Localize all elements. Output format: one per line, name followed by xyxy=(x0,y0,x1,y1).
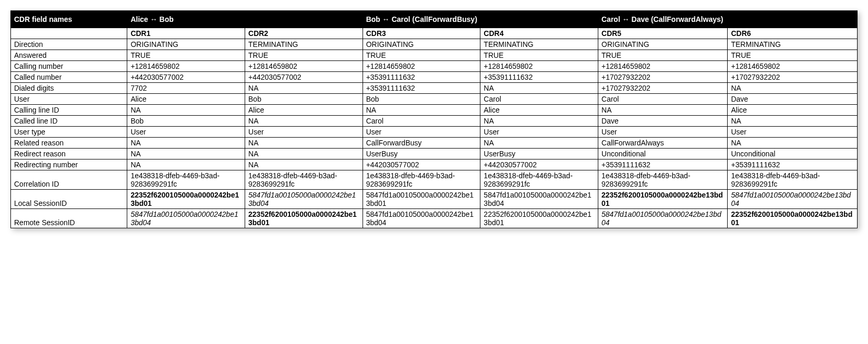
cell: +17027932202 xyxy=(598,83,728,94)
table-row: Remote SessionID5847fd1a00105000a0000242… xyxy=(11,209,858,228)
cell: +442030577002 xyxy=(480,159,598,170)
cell: User xyxy=(127,127,245,138)
table-row: DirectionORIGINATINGTERMINATINGORIGINATI… xyxy=(11,39,858,50)
cell: 1e438318-dfeb-4469-b3ad-9283699291fc xyxy=(598,170,728,190)
cell: Bob xyxy=(127,116,245,127)
cell: Alice xyxy=(245,105,363,116)
table-row: Called line IDBobNACarolNADaveNA xyxy=(11,116,858,127)
cell: 1e438318-dfeb-4469-b3ad-9283699291fc xyxy=(728,170,858,190)
cell: UserBusy xyxy=(480,149,598,159)
cell: +35391111632 xyxy=(363,72,480,83)
table-row: UserAliceBobBobCarolCarolDave xyxy=(11,94,858,105)
subheader-cdr6: CDR6 xyxy=(728,28,858,39)
cell: User xyxy=(245,127,363,138)
cell: 5847fd1a00105000a0000242be13bd04 xyxy=(480,190,598,209)
cell: 5847fd1a00105000a0000242be13bd04 xyxy=(598,209,728,228)
row-label: Calling line ID xyxy=(11,105,127,116)
cell: TRUE xyxy=(598,50,728,61)
cell: NA xyxy=(728,116,858,127)
cell: ORIGINATING xyxy=(363,39,480,50)
cell: Bob xyxy=(245,94,363,105)
cell: +442030577002 xyxy=(127,72,245,83)
row-label: Local SessionID xyxy=(11,190,127,209)
cell: CallForwardBusy xyxy=(363,138,480,149)
table-row: Called number+442030577002+442030577002+… xyxy=(11,72,858,83)
cell: 7702 xyxy=(127,83,245,94)
cell: NA xyxy=(480,83,598,94)
table-row: Correlation ID1e438318-dfeb-4469-b3ad-92… xyxy=(11,170,858,190)
cell: NA xyxy=(245,149,363,159)
table-row: Calling line IDNAAliceNAAliceNAAlice xyxy=(11,105,858,116)
cell: TERMINATING xyxy=(480,39,598,50)
cell: User xyxy=(363,127,480,138)
cell: 1e438318-dfeb-4469-b3ad-9283699291fc xyxy=(363,170,480,190)
cell: NA xyxy=(363,105,480,116)
table-row: Redirecting numberNANA+442030577002+4420… xyxy=(11,159,858,170)
cell: CallForwardAlways xyxy=(598,138,728,149)
cell: +12814659802 xyxy=(480,61,598,72)
row-label: Direction xyxy=(11,39,127,50)
cell: TRUE xyxy=(728,50,858,61)
cell: Carol xyxy=(598,94,728,105)
cell: NA xyxy=(245,138,363,149)
cell: NA xyxy=(728,83,858,94)
cell: 1e438318-dfeb-4469-b3ad-9283699291fc xyxy=(245,170,363,190)
cell: ORIGINATING xyxy=(127,39,245,50)
cell: User xyxy=(598,127,728,138)
cell: 22352f6200105000a0000242be13bd01 xyxy=(480,209,598,228)
cell: 5847fd1a00105000a0000242be13bd01 xyxy=(363,190,480,209)
cell: Carol xyxy=(480,94,598,105)
row-label: Related reason xyxy=(11,138,127,149)
cell: Bob xyxy=(363,94,480,105)
cell: 5847fd1a00105000a0000242be13bd04 xyxy=(363,209,480,228)
row-label: Calling number xyxy=(11,61,127,72)
cell: NA xyxy=(598,105,728,116)
cell: Unconditional xyxy=(728,149,858,159)
cdr-table-container: CDR field names Alice ↔ Bob Bob ↔ Carol … xyxy=(10,10,858,228)
cell: NA xyxy=(480,138,598,149)
cell: TRUE xyxy=(127,50,245,61)
cell: TERMINATING xyxy=(728,39,858,50)
table-row: Redirect reasonNANAUserBusyUserBusyUncon… xyxy=(11,149,858,159)
header-field-names: CDR field names xyxy=(11,11,127,28)
subheader-cdr1: CDR1 xyxy=(127,28,245,39)
cell: Alice xyxy=(127,94,245,105)
cell: TRUE xyxy=(363,50,480,61)
subheader-row: CDR1 CDR2 CDR3 CDR4 CDR5 CDR6 xyxy=(11,28,858,39)
cell: Alice xyxy=(728,105,858,116)
table-row: User typeUserUserUserUserUserUser xyxy=(11,127,858,138)
cell: +35391111632 xyxy=(480,72,598,83)
cell: NA xyxy=(127,105,245,116)
table-row: AnsweredTRUETRUETRUETRUETRUETRUE xyxy=(11,50,858,61)
cell: Dave xyxy=(598,116,728,127)
cell: NA xyxy=(480,116,598,127)
cell: 5847fd1a00105000a0000242be13bd04 xyxy=(127,209,245,228)
cell: TERMINATING xyxy=(245,39,363,50)
subheader-blank xyxy=(11,28,127,39)
row-label: Correlation ID xyxy=(11,170,127,190)
row-label: Redirect reason xyxy=(11,149,127,159)
cell: 1e438318-dfeb-4469-b3ad-9283699291fc xyxy=(127,170,245,190)
cell: Alice xyxy=(480,105,598,116)
cell: User xyxy=(480,127,598,138)
cell: NA xyxy=(127,138,245,149)
cell: +35391111632 xyxy=(363,83,480,94)
cell: +12814659802 xyxy=(598,61,728,72)
cell: 1e438318-dfeb-4469-b3ad-9283699291fc xyxy=(480,170,598,190)
cell: NA xyxy=(245,159,363,170)
cell: 22352f6200105000a0000242be13bd01 xyxy=(127,190,245,209)
cell: +12814659802 xyxy=(127,61,245,72)
cell: Dave xyxy=(728,94,858,105)
cell: 5847fd1a00105000a0000242be13bd04 xyxy=(245,190,363,209)
cell: +12814659802 xyxy=(245,61,363,72)
cell: 22352f6200105000a0000242be13bd01 xyxy=(598,190,728,209)
cell: +442030577002 xyxy=(363,159,480,170)
cell: TRUE xyxy=(245,50,363,61)
cell: NA xyxy=(245,116,363,127)
cell: ORIGINATING xyxy=(598,39,728,50)
cell: +12814659802 xyxy=(363,61,480,72)
header-group-bob-carol: Bob ↔ Carol (CallForwardBusy) xyxy=(363,11,598,28)
row-label: Remote SessionID xyxy=(11,209,127,228)
subheader-cdr3: CDR3 xyxy=(363,28,480,39)
table-row: Local SessionID22352f6200105000a0000242b… xyxy=(11,190,858,209)
